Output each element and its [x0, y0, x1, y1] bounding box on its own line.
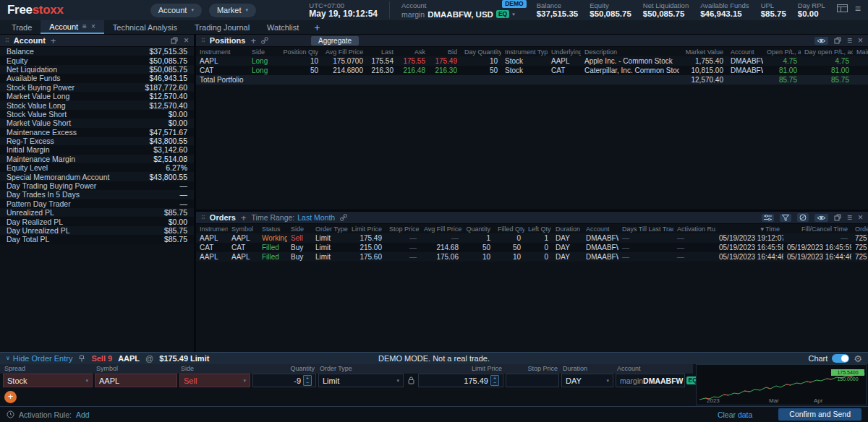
- link-icon[interactable]: [261, 37, 268, 44]
- column-header-stop-price[interactable]: Stop Price: [386, 225, 420, 233]
- chart-toggle[interactable]: [832, 354, 849, 363]
- popout-icon[interactable]: [834, 214, 841, 221]
- table-row[interactable]: CATLong50214.6800216.30216.48216.3050Sto…: [196, 66, 868, 75]
- account-select[interactable]: margin DMAABFW EQ: [616, 374, 685, 387]
- show-closed-positions-icon[interactable]: [814, 37, 828, 45]
- lock-icon[interactable]: [406, 374, 416, 387]
- time-range-value[interactable]: Last Month: [297, 213, 335, 222]
- account-row-maintenance-excess: Maintenance Excess$47,571.67: [0, 128, 194, 137]
- column-header-duration[interactable]: Duration: [552, 225, 582, 233]
- column-header-order-type[interactable]: Order Type: [312, 225, 348, 233]
- market-menu-button[interactable]: Market ▾: [209, 4, 256, 17]
- column-header-avg-fill-price[interactable]: Avg Fill Price: [420, 225, 462, 233]
- close-icon[interactable]: ×: [184, 36, 189, 45]
- column-header-instrument[interactable]: Instrument: [196, 48, 248, 56]
- column-header-day-open-pl[interactable]: Day open P/L, acc: [801, 48, 853, 56]
- link-icon[interactable]: [340, 214, 347, 221]
- column-header-open-pl[interactable]: Open P/L, acc: [763, 48, 801, 56]
- account-selector[interactable]: DEMO Account margin DMAABFW, USD EQ ▾: [401, 1, 525, 20]
- stop-price-input[interactable]: [506, 374, 559, 387]
- column-header-limit-price[interactable]: Limit Price: [348, 225, 386, 233]
- x-axis-tick: 2023: [707, 397, 720, 404]
- total-row[interactable]: Total Portfolio12,570.4085.7585.752,514.…: [196, 75, 868, 85]
- mini-price-chart[interactable]: 175.5400 150.0000 2023 Mar Apr: [696, 364, 867, 405]
- column-header-description[interactable]: Description: [581, 48, 679, 56]
- column-header-left-qty[interactable]: Left Qty: [524, 225, 552, 233]
- column-header-bid[interactable]: Bid: [429, 48, 461, 56]
- column-header-activation-rule[interactable]: Activation Rule: [673, 225, 715, 233]
- drag-handle-icon[interactable]: ⠿: [5, 38, 9, 44]
- cancel-orders-icon[interactable]: [797, 213, 809, 222]
- account-menu-button[interactable]: Account ▾: [150, 4, 202, 17]
- column-header-status[interactable]: Status: [258, 225, 287, 233]
- add-panel-icon[interactable]: +: [250, 36, 256, 46]
- column-header-side[interactable]: Side: [248, 48, 278, 56]
- aggregate-button[interactable]: Aggregate: [311, 36, 359, 46]
- activation-rule-add-link[interactable]: Add: [76, 410, 90, 419]
- add-tab-button[interactable]: +: [307, 20, 326, 34]
- column-header-market-value[interactable]: Market Value: [679, 48, 727, 56]
- symbol-input[interactable]: AAPL: [95, 374, 177, 387]
- tab-technical-analysis[interactable]: Technical Analysis: [104, 20, 186, 34]
- column-header-order-id[interactable]: Order Id: [851, 225, 868, 233]
- column-header-maintenance-margin[interactable]: Maintenance Margin: [853, 48, 868, 56]
- popout-icon[interactable]: [834, 37, 841, 44]
- column-header-day-quantity[interactable]: Day Quantity: [461, 48, 501, 56]
- table-row[interactable]: AAPLAAPLWorkingSellLimit175.49——101DAYDM…: [196, 233, 868, 243]
- column-header-last[interactable]: Last: [367, 48, 397, 56]
- table-row[interactable]: AAPLLong10175.0700175.54175.55175.4910St…: [196, 56, 868, 66]
- close-icon[interactable]: ×: [858, 36, 863, 45]
- column-header-position-qty[interactable]: Position Qty: [278, 48, 322, 56]
- popout-icon[interactable]: [171, 37, 178, 44]
- menu-icon[interactable]: ≡: [847, 213, 852, 222]
- column-header-filled-qty[interactable]: Filled Qty: [494, 225, 524, 233]
- tab-watchlist[interactable]: Watchlist: [258, 20, 307, 34]
- stepper-buttons[interactable]: +−: [303, 375, 312, 386]
- column-header-ask[interactable]: Ask: [397, 48, 429, 56]
- drag-handle-icon[interactable]: ⠿: [201, 38, 205, 44]
- column-header-days-till-last-trade[interactable]: Days Till Last Trade: [618, 225, 673, 233]
- tab-menu-icon[interactable]: ≡: [82, 22, 87, 30]
- column-header-avg-fill-price[interactable]: Avg Fill Price: [322, 48, 367, 56]
- menu-icon[interactable]: ≡: [847, 36, 852, 45]
- quantity-stepper[interactable]: -9 +−: [252, 374, 316, 387]
- menu-icon[interactable]: ≡: [855, 4, 861, 13]
- column-header-underlying[interactable]: Underlying: [548, 48, 581, 56]
- column-header-side[interactable]: Side: [287, 225, 312, 233]
- table-row[interactable]: CATCATFilledBuyLimit215.00—214.6850500DA…: [196, 243, 868, 252]
- spread-select[interactable]: Stock ▾: [3, 374, 93, 387]
- column-header-fill-cancel-time[interactable]: Fill/Cancel Time: [783, 225, 851, 233]
- filter-funnel-icon[interactable]: [780, 214, 791, 222]
- stepper-buttons[interactable]: +−: [490, 375, 499, 386]
- column-header-quantity[interactable]: Quantity: [462, 225, 494, 233]
- column-header-instrument-type[interactable]: Instrument Type: [501, 48, 548, 56]
- column-header-account[interactable]: Account: [582, 225, 618, 233]
- close-icon[interactable]: ×: [858, 213, 863, 222]
- filter-settings-icon[interactable]: [762, 214, 774, 222]
- hide-order-entry-button[interactable]: ∨ Hide Order Entry: [6, 354, 72, 363]
- side-select[interactable]: Sell ▾: [179, 374, 250, 387]
- duration-select[interactable]: DAY ▾: [561, 374, 613, 387]
- add-order-leg-button[interactable]: +: [4, 391, 17, 403]
- cell-instrument-type: Stock: [501, 66, 548, 74]
- clear-data-link[interactable]: Clear data: [718, 410, 752, 419]
- confirm-and-send-button[interactable]: Confirm and Send: [778, 408, 861, 421]
- tab-account[interactable]: Account≡×: [41, 20, 103, 34]
- add-panel-icon[interactable]: +: [241, 213, 247, 223]
- table-row[interactable]: AAPLAAPLFilledBuyLimit175.60—175.0610100…: [196, 252, 868, 262]
- show-inactive-orders-icon[interactable]: [814, 214, 828, 222]
- tab-close-icon[interactable]: ×: [91, 22, 95, 30]
- drag-handle-icon[interactable]: ⠿: [201, 215, 205, 221]
- tab-trading-journal[interactable]: Trading Journal: [186, 20, 258, 34]
- limit-price-stepper[interactable]: 175.49 +−: [418, 374, 503, 387]
- order-type-select[interactable]: Limit ▾: [318, 374, 404, 387]
- tab-trade[interactable]: Trade: [3, 20, 41, 34]
- column-header-time[interactable]: ▾ Time: [715, 225, 783, 233]
- gear-icon[interactable]: ⚙: [854, 354, 862, 363]
- layout-icon[interactable]: [837, 4, 848, 12]
- add-panel-icon[interactable]: +: [51, 36, 56, 46]
- column-header-symbol[interactable]: Symbol: [228, 225, 258, 233]
- column-header-instrument[interactable]: Instrument: [196, 225, 228, 233]
- pin-icon[interactable]: [78, 355, 85, 362]
- column-header-account[interactable]: Account: [727, 48, 763, 56]
